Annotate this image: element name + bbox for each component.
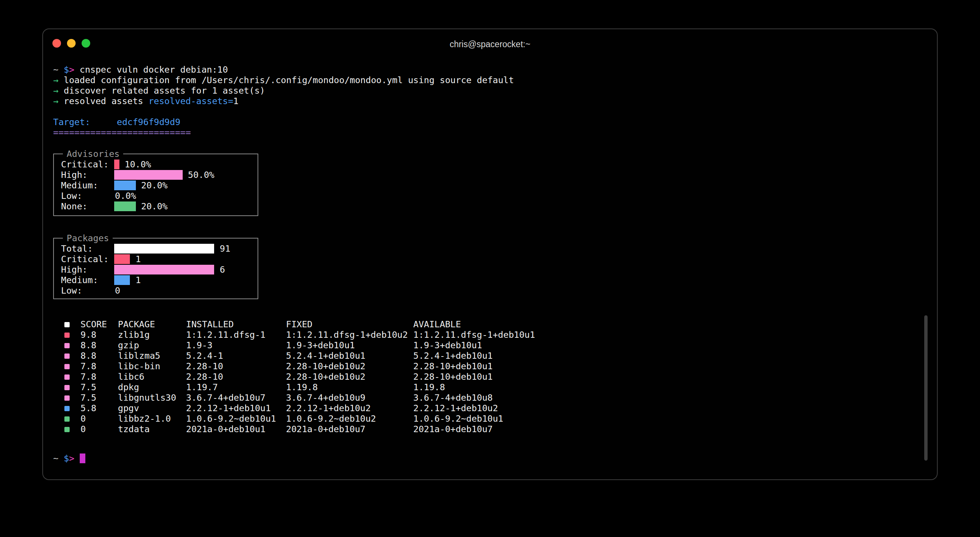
count-value: 91 xyxy=(220,244,230,254)
cell-score: 8.8 xyxy=(81,351,118,361)
arrow-icon: → xyxy=(53,96,64,106)
log-line: → loaded configuration from /Users/chris… xyxy=(53,75,927,85)
col-header-score: SCORE xyxy=(81,319,118,330)
count-bar xyxy=(114,265,214,274)
cell-score: 0 xyxy=(81,424,118,434)
severity-marker xyxy=(64,427,70,432)
prompt-tilde: ~ xyxy=(53,64,64,75)
severity-value: 20.0% xyxy=(141,180,168,191)
titlebar[interactable]: chris@spacerocket:~ xyxy=(43,29,937,58)
packages-row-low: Low:0 xyxy=(54,285,258,296)
packages-box-title: Packages xyxy=(63,233,113,244)
count-bar xyxy=(114,244,214,253)
severity-marker xyxy=(64,333,70,338)
cell-fixed: 1.0.6-9.2~deb10u2 xyxy=(286,413,413,424)
cell-fixed: 2021a-0+deb10u7 xyxy=(286,424,413,434)
packages-row-total: Total:91 xyxy=(54,244,258,254)
cell-available: 1:1.2.11.dfsg-1+deb10u1 xyxy=(413,330,927,340)
scrollbar-thumb[interactable] xyxy=(924,315,928,461)
cell-score: 9.8 xyxy=(81,330,118,340)
table-row: 9.8zlib1g1:1.2.11.dfsg-11:1.2.11.dfsg-1+… xyxy=(53,330,927,340)
cell-installed: 1.9-3 xyxy=(186,340,286,351)
severity-value: 50.0% xyxy=(188,170,215,180)
cell-available: 2.28-10+deb10u1 xyxy=(413,371,927,382)
col-header-package: PACKAGE xyxy=(118,319,186,330)
count-bar xyxy=(114,275,130,285)
count-label: Total: xyxy=(61,244,114,254)
table-row: 7.5dpkg1.19.71.19.81.19.8 xyxy=(53,382,927,392)
packages-row-medium: Medium:1 xyxy=(54,275,258,285)
cell-score: 5.8 xyxy=(81,403,118,413)
cell-available: 1.19.8 xyxy=(413,382,927,392)
count-label: Medium: xyxy=(61,275,114,285)
severity-bar xyxy=(114,180,136,190)
cell-package: libc6 xyxy=(118,371,186,382)
advisories-row-critical: Critical:10.0% xyxy=(54,159,258,170)
count-value: 1 xyxy=(135,254,141,265)
severity-value: 10.0% xyxy=(125,159,151,170)
cell-package: zlib1g xyxy=(118,330,186,340)
prompt-dollar: $ xyxy=(64,453,69,464)
count-label: Critical: xyxy=(61,254,114,265)
cell-fixed: 2.28-10+deb10u2 xyxy=(286,371,413,382)
cell-installed: 1:1.2.11.dfsg-1 xyxy=(186,330,286,340)
cell-available: 2021a-0+deb10u7 xyxy=(413,424,927,434)
cell-installed: 2021a-0+deb10u1 xyxy=(186,424,286,434)
table-row: 7.8libc-bin2.28-102.28-10+deb10u22.28-10… xyxy=(53,361,927,371)
count-value: 6 xyxy=(220,265,225,275)
packages-row-high: High:6 xyxy=(54,265,258,275)
cell-installed: 2.28-10 xyxy=(186,361,286,371)
arrow-icon: → xyxy=(53,85,64,96)
cell-fixed: 1:1.2.11.dfsg-1+deb10u2 xyxy=(286,330,413,340)
cell-installed: 5.2.4-1 xyxy=(186,351,286,361)
target-underline: ========================== xyxy=(53,127,927,138)
target-value: edcf96f9d9d9 xyxy=(117,117,180,127)
cell-available: 1.0.6-9.2~deb10u1 xyxy=(413,413,927,424)
cell-score: 7.5 xyxy=(81,382,118,392)
log-key: resolved-assets= xyxy=(149,96,233,106)
terminal-content: ~ $> cnspec vuln docker debian:10 → load… xyxy=(53,64,927,464)
packages-row-critical: Critical:1 xyxy=(54,254,258,265)
severity-marker xyxy=(64,406,70,411)
cell-score: 7.8 xyxy=(81,371,118,382)
log-text: loaded configuration from /Users/chris/.… xyxy=(64,75,514,85)
cell-fixed: 2.28-10+deb10u2 xyxy=(286,361,413,371)
advisories-row-low: Low:0.0% xyxy=(54,191,258,201)
cell-installed: 2.28-10 xyxy=(186,371,286,382)
window-title: chris@spacerocket:~ xyxy=(43,39,937,49)
cell-package: dpkg xyxy=(118,382,186,392)
severity-marker xyxy=(64,364,70,369)
cell-package: libgnutls30 xyxy=(118,392,186,403)
text-cursor[interactable] xyxy=(80,454,85,463)
table-header-row: SCOREPACKAGEINSTALLEDFIXEDAVAILABLE xyxy=(53,319,927,330)
cell-installed: 2.2.12-1+deb10u1 xyxy=(186,403,286,413)
cell-fixed: 5.2.4-1+deb10u1 xyxy=(286,351,413,361)
cell-score: 8.8 xyxy=(81,340,118,351)
table-row: 8.8liblzma55.2.4-15.2.4-1+deb10u15.2.4-1… xyxy=(53,351,927,361)
cell-package: liblzma5 xyxy=(118,351,186,361)
cell-package: libbz2-1.0 xyxy=(118,413,186,424)
cell-installed: 1.0.6-9.2~deb10u1 xyxy=(186,413,286,424)
advisories-box: Advisories Critical:10.0% High:50.0% Med… xyxy=(53,153,258,216)
prompt-tilde: ~ xyxy=(53,453,64,464)
severity-label: Medium: xyxy=(61,180,114,191)
cell-score: 0 xyxy=(81,413,118,424)
active-prompt[interactable]: ~ $> xyxy=(53,453,927,464)
log-line: → resolved assets resolved-assets=1 xyxy=(53,96,927,106)
cell-package: tzdata xyxy=(118,424,186,434)
cell-available: 2.2.12-1+deb10u2 xyxy=(413,403,927,413)
severity-label: High: xyxy=(61,170,114,180)
table-row: 7.5libgnutls303.6.7-4+deb10u73.6.7-4+deb… xyxy=(53,392,927,403)
severity-value: 0.0% xyxy=(115,191,136,201)
severity-marker xyxy=(64,343,70,348)
severity-label: Low: xyxy=(61,191,114,201)
prompt-arrow: > xyxy=(69,64,80,75)
table-row: 5.8gpgv2.2.12-1+deb10u12.2.12-1+deb10u22… xyxy=(53,403,927,413)
vulnerability-table: SCOREPACKAGEINSTALLEDFIXEDAVAILABLE 9.8z… xyxy=(53,319,927,434)
target-label: Target: xyxy=(53,117,117,127)
target-line: Target:edcf96f9d9d9 xyxy=(53,117,927,127)
underline-equals: ========================== xyxy=(53,127,191,138)
header-marker xyxy=(64,322,70,327)
table-row: 0libbz2-1.01.0.6-9.2~deb10u11.0.6-9.2~de… xyxy=(53,413,927,424)
packages-box: Packages Total:91 Critical:1 High:6 Medi… xyxy=(53,238,258,299)
